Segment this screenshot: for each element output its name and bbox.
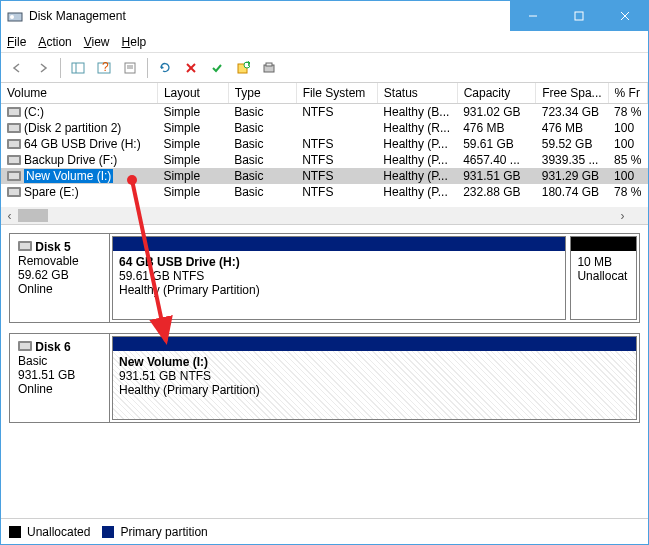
col-volume[interactable]: Volume <box>1 83 157 104</box>
drive-icon <box>7 171 21 181</box>
scroll-thumb[interactable] <box>18 209 48 222</box>
col-capacity[interactable]: Capacity <box>457 83 536 104</box>
col-free[interactable]: Free Spa... <box>536 83 608 104</box>
new-partition-button[interactable]: + <box>231 56 255 80</box>
svg-rect-3 <box>575 12 583 20</box>
close-button[interactable] <box>602 1 648 31</box>
disk-6-card[interactable]: Disk 6 Basic 931.51 GB Online New Volume… <box>9 333 640 423</box>
disk5-unallocated[interactable]: 10 MB Unallocat <box>570 236 637 320</box>
menu-file[interactable]: File <box>7 35 26 49</box>
format-button[interactable] <box>257 56 281 80</box>
drive-icon <box>7 139 21 149</box>
legend: Unallocated Primary partition <box>1 518 648 544</box>
toolbar: ? + <box>1 53 648 83</box>
table-row[interactable]: New Volume (I:)SimpleBasicNTFSHealthy (P… <box>1 168 648 184</box>
drive-icon <box>18 341 32 351</box>
drive-icon <box>7 187 21 197</box>
legend-primary-swatch <box>102 526 114 538</box>
legend-primary-label: Primary partition <box>120 525 207 539</box>
menu-help[interactable]: Help <box>122 35 147 49</box>
col-pct[interactable]: % Fr <box>608 83 647 104</box>
scroll-left-icon[interactable]: ‹ <box>1 207 18 224</box>
help-button[interactable]: ? <box>92 56 116 80</box>
disk5-volume-h[interactable]: 64 GB USB Drive (H:) 59.61 GB NTFS Healt… <box>112 236 566 320</box>
menu-view[interactable]: View <box>84 35 110 49</box>
table-row[interactable]: 64 GB USB Drive (H:)SimpleBasicNTFSHealt… <box>1 136 648 152</box>
drive-icon <box>7 155 21 165</box>
svg-rect-19 <box>266 63 272 66</box>
titlebar: Disk Management <box>1 1 648 31</box>
forward-button[interactable] <box>31 56 55 80</box>
svg-text:+: + <box>245 61 250 70</box>
disk-management-icon <box>7 8 23 24</box>
back-button[interactable] <box>5 56 29 80</box>
minimize-button[interactable] <box>510 1 556 31</box>
legend-unallocated-swatch <box>9 526 21 538</box>
disk-5-card[interactable]: Disk 5 Removable 59.62 GB Online 64 GB U… <box>9 233 640 323</box>
disk6-volume-i[interactable]: New Volume (I:) 931.51 GB NTFS Healthy (… <box>112 336 637 420</box>
scroll-right-icon[interactable]: › <box>614 207 631 224</box>
table-row[interactable]: (Disk 2 partition 2)SimpleBasicHealthy (… <box>1 120 648 136</box>
show-hide-tree-button[interactable] <box>66 56 90 80</box>
svg-rect-6 <box>72 63 84 73</box>
col-status[interactable]: Status <box>377 83 457 104</box>
drive-icon <box>18 241 32 251</box>
window-title: Disk Management <box>29 9 510 23</box>
drive-icon <box>7 107 21 117</box>
table-row[interactable]: (C:)SimpleBasicNTFSHealthy (B...931.02 G… <box>1 104 648 121</box>
drive-icon <box>7 123 21 133</box>
maximize-button[interactable] <box>556 1 602 31</box>
check-button[interactable] <box>205 56 229 80</box>
col-type[interactable]: Type <box>228 83 296 104</box>
menu-action[interactable]: Action <box>38 35 71 49</box>
svg-text:?: ? <box>102 61 109 74</box>
col-fs[interactable]: File System <box>296 83 377 104</box>
horizontal-scrollbar[interactable]: ‹ › <box>1 207 631 224</box>
table-row[interactable]: Spare (E:)SimpleBasicNTFSHealthy (P...23… <box>1 184 648 200</box>
delete-button[interactable] <box>179 56 203 80</box>
svg-point-1 <box>10 15 14 19</box>
disk-5-info: Disk 5 Removable 59.62 GB Online <box>10 234 110 322</box>
menubar: File Action View Help <box>1 31 648 53</box>
table-row[interactable]: Backup Drive (F:)SimpleBasicNTFSHealthy … <box>1 152 648 168</box>
refresh-button[interactable] <box>153 56 177 80</box>
disk-6-info: Disk 6 Basic 931.51 GB Online <box>10 334 110 422</box>
legend-unallocated-label: Unallocated <box>27 525 90 539</box>
col-layout[interactable]: Layout <box>157 83 228 104</box>
properties-button[interactable] <box>118 56 142 80</box>
disk-graphical-view: Disk 5 Removable 59.62 GB Online 64 GB U… <box>1 225 648 431</box>
volume-list[interactable]: Volume Layout Type File System Status Ca… <box>1 83 648 225</box>
